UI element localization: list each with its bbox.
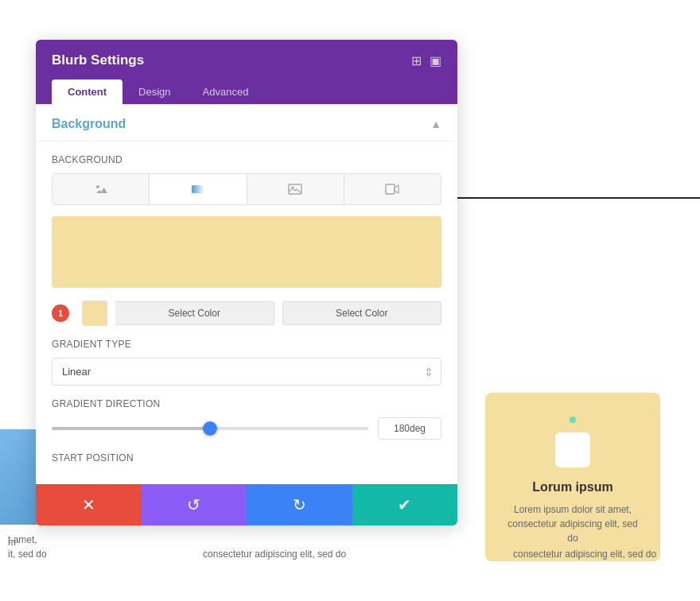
page-text-right: consectetur adipiscing elit, sed do	[513, 547, 688, 561]
bg-type-row	[52, 173, 441, 205]
bg-type-fill[interactable]	[52, 174, 150, 204]
gradient-type-select[interactable]: Linear Radial Conic	[52, 358, 441, 386]
preview-card: Lorum ipsum Lorem ipsum dolor sit amet, …	[485, 393, 660, 561]
undo-icon: ↺	[187, 495, 200, 514]
preview-card-icon	[555, 432, 590, 467]
save-icon: ✔	[398, 495, 411, 514]
panel-tabs: Content Design Advanced	[52, 79, 441, 104]
panel-header-icons: ⊞ ▣	[411, 53, 441, 68]
save-button[interactable]: ✔	[352, 484, 458, 525]
tab-design[interactable]: Design	[122, 79, 186, 104]
preview-line	[445, 197, 700, 199]
section-collapse-icon[interactable]: ▲	[430, 118, 441, 130]
panel-title: Blurb Settings	[52, 52, 144, 68]
cancel-icon: ✕	[82, 495, 95, 514]
svg-rect-1	[192, 185, 204, 193]
gradient-direction-thumb[interactable]	[203, 421, 217, 436]
redo-button[interactable]: ↻	[247, 484, 352, 525]
bg-color-preview	[52, 216, 441, 288]
gradient-direction-label: Gradient Direction	[52, 398, 441, 409]
gradient-direction-group: Gradient Direction 180deg	[52, 398, 441, 440]
panel-body: Background ▲ Background	[36, 104, 457, 484]
tab-advanced[interactable]: Advanced	[187, 79, 265, 104]
svg-point-0	[96, 185, 99, 188]
gradient-type-select-wrapper: Linear Radial Conic ⇕	[52, 358, 441, 386]
preview-card-title: Lorum ipsum	[532, 480, 612, 494]
color-swatch-1[interactable]	[82, 300, 107, 326]
page-text-center: consectetur adipiscing elit, sed do	[203, 547, 346, 561]
bg-type-video[interactable]	[344, 174, 441, 204]
start-position-label: Start Position	[52, 452, 441, 463]
gradient-type-group: Gradient Type Linear Radial Conic ⇕	[52, 339, 441, 386]
split-icon[interactable]: ▣	[430, 53, 441, 68]
blurb-settings-panel: Blurb Settings ⊞ ▣ Content Design Advanc…	[36, 40, 457, 525]
select-color-2-button[interactable]: Select Color	[282, 301, 442, 325]
tab-content[interactable]: Content	[52, 79, 122, 104]
svg-rect-4	[386, 184, 395, 194]
bg-type-gradient[interactable]	[150, 174, 247, 204]
bg-type-image[interactable]	[247, 174, 344, 204]
preview-card-text: Lorem ipsum dolor sit amet, consectetur …	[501, 502, 644, 545]
redo-icon: ↻	[293, 495, 306, 514]
panel-header: Blurb Settings ⊞ ▣ Content Design Advanc…	[36, 40, 457, 104]
preview-dot	[570, 417, 576, 423]
gradient-type-label: Gradient Type	[52, 339, 441, 350]
color-row: 1 Select Color Select Color	[52, 300, 441, 326]
undo-button[interactable]: ↺	[142, 484, 247, 525]
cancel-button[interactable]: ✕	[36, 484, 142, 525]
color-badge: 1	[52, 304, 69, 322]
page-text-left-sub: t amet,it, sed do	[8, 533, 48, 561]
expand-icon[interactable]: ⊞	[411, 53, 422, 68]
background-field-label: Background	[52, 154, 441, 165]
gradient-direction-track	[52, 427, 368, 430]
background-section-header: Background ▲	[36, 104, 457, 142]
background-section-title: Background	[52, 117, 126, 131]
select-color-1-button[interactable]: Select Color	[115, 301, 274, 325]
gradient-direction-slider-row: 180deg	[52, 417, 441, 440]
svg-rect-2	[289, 184, 301, 194]
background-section-body: Background	[36, 142, 457, 484]
preview-area: Lorum ipsum Lorem ipsum dolor sit amet, …	[445, 0, 700, 601]
panel-header-top: Blurb Settings ⊞ ▣	[52, 52, 441, 68]
panel-toolbar: ✕ ↺ ↻ ✔	[36, 484, 457, 525]
gradient-direction-fill	[52, 427, 210, 430]
gradient-direction-value[interactable]: 180deg	[378, 417, 441, 440]
